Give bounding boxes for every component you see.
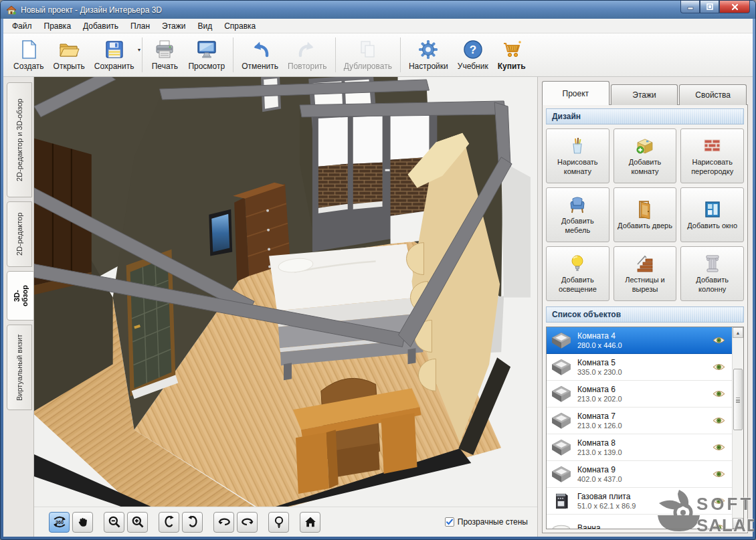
menu-item-help[interactable]: Справка — [218, 19, 262, 33]
door-icon — [635, 199, 655, 219]
toolbar-button-label: Просмотр — [188, 62, 225, 71]
viewport-toolbar: 360 Прозрачные стены — [34, 507, 537, 537]
stairs-icon — [635, 254, 655, 274]
visibility-eye-icon[interactable] — [713, 363, 725, 371]
object-item-text: Комната 9402.0 x 437.0 — [577, 465, 713, 483]
design-button-stairs-cutouts[interactable]: Лестницы и вырезы — [613, 246, 677, 301]
scroll-up-button[interactable]: ▲ — [733, 327, 743, 338]
toolbar-button-cart[interactable]: Купить — [493, 37, 531, 72]
nav-button-pan-hand[interactable] — [72, 512, 93, 533]
object-name: Комната 8 — [577, 438, 713, 448]
nav-button-orbit-left[interactable] — [213, 512, 234, 533]
toolbar-button-redo: Повторить — [283, 37, 332, 72]
object-dimensions: 213.0 x 139.0 — [577, 448, 713, 456]
view-tab-2d-editor-3d-view[interactable]: 2D-редактор и 3D-обзор — [7, 82, 32, 197]
menu-item-add[interactable]: Добавить — [77, 19, 124, 33]
visibility-eye-icon[interactable] — [713, 443, 725, 452]
nav-button-home-view[interactable] — [300, 512, 320, 533]
design-button-draw-room[interactable]: Нарисовать комнату — [546, 128, 609, 183]
left-view-tabs: 2D-редактор и 3D-обзор2D-редактор3D-обзо… — [3, 77, 34, 537]
gear-icon — [417, 39, 439, 60]
object-list-item[interactable]: Комната 6213.0 x 202.0 — [547, 381, 732, 408]
toolbar-button-help-book[interactable]: ?Учебник — [453, 37, 493, 72]
room-box-plus-icon — [635, 136, 655, 156]
panel-tab-project[interactable]: Проект — [542, 81, 609, 105]
stove-icon — [551, 492, 571, 510]
armchair-icon — [567, 195, 587, 215]
room-icon — [551, 332, 571, 349]
nav-button-light-toggle[interactable] — [268, 512, 289, 533]
design-button-label: Добавить освещение — [548, 276, 607, 294]
toolbar-button-monitor[interactable]: Просмотр — [183, 37, 229, 72]
nav-button-rotate-cw[interactable] — [182, 512, 203, 533]
nav-button-zoom-out[interactable] — [104, 512, 124, 533]
nav-button-rotate-ccw[interactable] — [159, 512, 179, 533]
scroll-thumb[interactable] — [733, 369, 743, 430]
toolbar-button-save-floppy[interactable]: Сохранить▼ — [90, 37, 139, 72]
toolbar-button-label: Открыть — [54, 62, 85, 71]
design-button-draw-partition[interactable]: Нарисовать перегородку — [680, 128, 744, 183]
design-button-add-door[interactable]: Добавить дверь — [613, 187, 677, 242]
window-title: Новый проект - Дизайн Интерьера 3D — [21, 5, 162, 15]
title-bar[interactable]: Новый проект - Дизайн Интерьера 3D — [1, 1, 755, 19]
visibility-eye-icon[interactable] — [713, 470, 725, 478]
design-button-add-room[interactable]: Добавить комнату — [613, 128, 677, 183]
visibility-eye-icon[interactable] — [713, 389, 725, 398]
column-icon — [702, 254, 723, 274]
printer-icon — [154, 39, 175, 60]
toolbar-button-label: Купить — [498, 62, 526, 71]
toolbar-button-label: Настройки — [409, 62, 448, 71]
panel-body: Дизайн Нарисовать комнатуДобавить комнат… — [542, 104, 748, 533]
view-360-icon: 360 — [53, 515, 66, 529]
nav-button-view-360[interactable]: 360 — [49, 512, 70, 533]
object-list-item[interactable]: Комната 9402.0 x 437.0 — [547, 461, 732, 488]
watermark-line1: SOFT — [696, 494, 753, 514]
rotate-ccw-icon — [163, 515, 176, 529]
menu-item-plan[interactable]: План — [124, 19, 156, 33]
menu-item-file[interactable]: Файл — [6, 19, 38, 33]
object-list-item[interactable]: Комната 4280.0 x 446.0 — [547, 327, 732, 354]
view-tab-3d-view[interactable]: 3D-обзор — [7, 271, 34, 321]
save-dropdown-arrow-icon[interactable]: ▼ — [136, 48, 141, 52]
orbit-left-icon — [217, 515, 231, 529]
close-button[interactable] — [719, 1, 750, 13]
toolbar-button-printer[interactable]: Печать — [146, 37, 183, 72]
object-list-item[interactable]: Комната 7213.0 x 126.0 — [547, 408, 732, 434]
toolbar-button-new-document[interactable]: Создать — [9, 37, 49, 72]
toolbar-button-undo[interactable]: Отменить — [237, 37, 283, 72]
zoom-in-icon — [131, 515, 145, 529]
maximize-button[interactable] — [700, 1, 719, 13]
design-button-add-furniture[interactable]: Добавить мебель — [546, 187, 609, 242]
view-tab-2d-editor[interactable]: 2D-редактор — [7, 201, 32, 267]
visibility-eye-icon[interactable] — [713, 416, 725, 425]
menu-item-edit[interactable]: Правка — [38, 19, 78, 33]
visibility-eye-icon[interactable] — [713, 336, 725, 345]
toolbar-separator — [233, 37, 233, 72]
menu-item-view[interactable]: Вид — [191, 19, 218, 33]
undo-icon — [250, 39, 271, 60]
toolbar-button-gear[interactable]: Настройки — [404, 37, 453, 72]
object-list-item[interactable]: Комната 5335.0 x 230.0 — [547, 354, 732, 381]
transparent-walls-checkbox[interactable]: Прозрачные стены — [445, 517, 528, 527]
menu-item-floors[interactable]: Этажи — [156, 19, 191, 33]
toolbar-separator — [335, 37, 336, 72]
checkbox-label: Прозрачные стены — [458, 517, 528, 527]
object-list-item[interactable]: Комната 8213.0 x 139.0 — [547, 434, 732, 461]
object-item-text: Комната 7213.0 x 126.0 — [577, 412, 713, 430]
nav-button-zoom-in[interactable] — [127, 512, 148, 533]
zoom-out-icon — [108, 515, 121, 529]
design-button-add-window[interactable]: Добавить окно — [680, 187, 744, 242]
scene-3d-render[interactable] — [34, 77, 537, 507]
view-tab-virtual-visit[interactable]: Виртуальный визит — [7, 325, 32, 410]
panel-tab-properties[interactable]: Свойства — [679, 84, 747, 105]
pencil-cup-icon — [567, 136, 587, 156]
design-button-add-column[interactable]: Добавить колонну — [680, 246, 744, 301]
minimize-button[interactable] — [680, 1, 700, 13]
design-button-add-lighting[interactable]: Добавить освещение — [546, 246, 609, 301]
room-icon — [551, 359, 571, 376]
nav-button-orbit-right[interactable] — [237, 512, 258, 533]
panel-tab-floors[interactable]: Этажи — [611, 84, 678, 105]
toolbar-button-open-folder[interactable]: Открыть — [49, 37, 90, 72]
pan-hand-icon — [76, 515, 90, 529]
checkbox-check-icon — [445, 517, 454, 527]
